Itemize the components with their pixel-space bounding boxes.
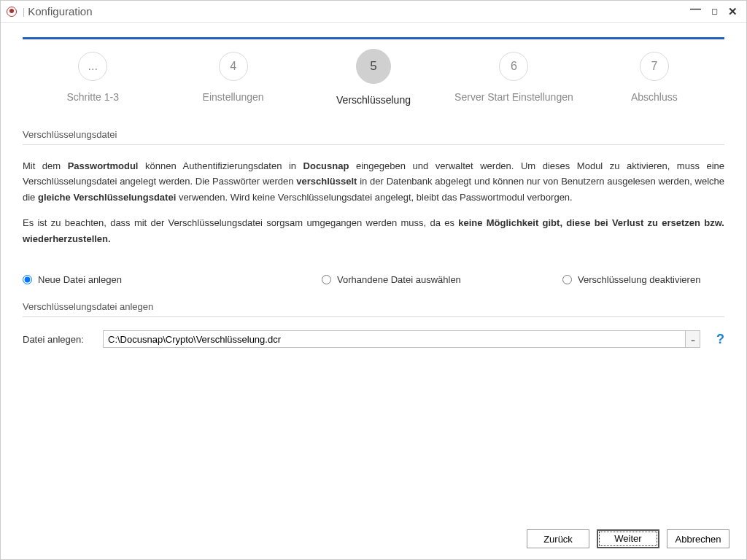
minimize-icon[interactable]: — [690,3,701,14]
desc-bold: verschlüsselt [296,176,357,187]
stepper-track [23,37,724,39]
radio-label: Vorhandene Datei auswählen [337,274,461,285]
desc-bold: gleiche Verschlüsselungsdatei [38,192,176,203]
step-label: Abschluss [631,91,678,103]
radio-group: Neue Datei anlegen Vorhandene Datei ausw… [23,274,724,285]
help-icon[interactable]: ? [716,332,724,347]
section-title-create: Verschlüsselungsdatei anlegen [23,301,724,312]
step-1-3: ... Schritte 1-3 [23,52,163,103]
radio-label: Verschlüsselung deaktivieren [578,274,700,285]
radio-label: Neue Datei anlegen [38,274,122,285]
radio-new-file[interactable]: Neue Datei anlegen [23,274,322,285]
step-circle: 4 [219,52,248,81]
browse-button[interactable]: ... [685,331,700,347]
cancel-button[interactable]: Abbrechen [667,529,729,548]
radio-input-new[interactable] [23,275,32,284]
window-title: Konfiguration [28,5,92,18]
file-label: Datei anlegen: [23,334,93,345]
back-button[interactable]: Zurück [527,529,589,548]
divider [23,144,724,145]
radio-existing-file[interactable]: Vorhandene Datei auswählen [322,274,562,285]
divider [23,316,724,317]
step-server-start: 6 Server Start Einstellungen [444,52,584,103]
stepper: ... Schritte 1-3 4 Einstellungen 5 Versc… [23,52,724,106]
maximize-icon[interactable]: ◻ [711,7,718,15]
desc-bold: Passwortmodul [68,160,139,171]
next-button[interactable]: Weiter [597,529,659,548]
step-label: Schritte 1-3 [66,91,119,103]
radio-disable-encryption[interactable]: Verschlüsselung deaktivieren [562,274,700,285]
description: Mit dem Passwortmodul können Authentifiz… [23,158,724,246]
desc-text: können Authentifizierungsdaten in [138,160,303,171]
step-label: Server Start Einstellungen [454,91,573,103]
step-label: Verschlüsselung [336,94,411,106]
desc-text: verwenden. Wird keine Verschlüsselungsda… [176,192,572,203]
desc-bold: Docusnap [303,160,349,171]
desc-text: Es ist zu beachten, dass mit der Verschl… [23,217,458,228]
file-input-wrap: ... [103,330,700,348]
radio-input-existing[interactable] [322,275,331,284]
app-icon [7,7,17,17]
step-finish: 7 Abschluss [584,52,724,103]
step-circle: 5 [356,49,391,84]
section-title-file: Verschlüsselungsdatei [23,129,724,140]
close-icon[interactable]: ✕ [728,6,738,17]
step-encryption: 5 Verschlüsselung [303,52,444,106]
title-separator: | [23,7,25,17]
desc-text: Mit dem [23,160,68,171]
step-circle: 6 [499,52,528,81]
step-label: Einstellungen [203,91,264,103]
file-path-input[interactable] [104,331,685,347]
step-settings: 4 Einstellungen [163,52,303,103]
step-circle: 7 [640,52,669,81]
file-row: Datei anlegen: ... ? [23,330,724,348]
radio-input-disable[interactable] [562,275,572,284]
step-circle: ... [78,52,107,81]
